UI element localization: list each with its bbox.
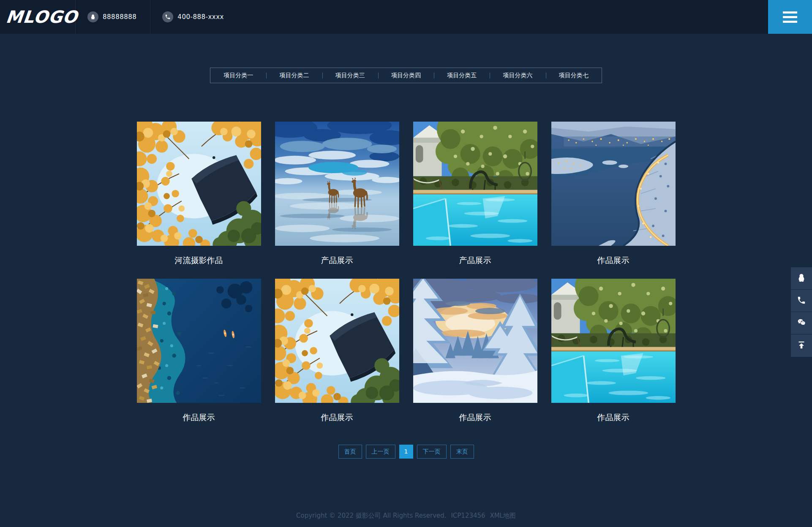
pagination: 首页 上一页 1 下一页 末页	[0, 445, 812, 459]
category-nav: 项目分类一 项目分类二 项目分类三 项目分类四 项目分类五 项目分类六 项目分类…	[210, 68, 602, 83]
gallery-card[interactable]: 作品展示	[413, 279, 537, 423]
nav-item-category-5[interactable]: 项目分类五	[434, 68, 490, 83]
nav-item-category-4[interactable]: 项目分类四	[378, 68, 434, 83]
side-toolbar	[791, 267, 812, 357]
poolside-villa-photo	[551, 279, 676, 403]
gallery-card[interactable]: 作品展示	[551, 279, 676, 423]
header-spacer	[237, 0, 768, 34]
horses-beach-photo	[275, 122, 399, 246]
logo-link[interactable]: MLOGO	[0, 0, 75, 34]
gallery-grid: 河流摄影作品 产品展示 产品展示 作品展示 作品展示 作品展示 作品展示 作品展…	[137, 122, 676, 423]
ginkgo-pagoda-photo	[137, 122, 261, 246]
back-to-top-icon	[797, 340, 806, 351]
wechat-icon	[797, 318, 806, 329]
gallery-card[interactable]: 作品展示	[275, 279, 399, 423]
gallery-card[interactable]: 产品展示	[275, 122, 399, 266]
pagination-last-button[interactable]: 末页	[450, 445, 474, 459]
photo-caption: 产品展示	[275, 255, 399, 266]
nav-item-category-7[interactable]: 项目分类七	[546, 68, 602, 83]
gallery-card[interactable]: 作品展示	[137, 279, 261, 423]
photo-caption: 作品展示	[551, 255, 676, 266]
photo-caption: 作品展示	[137, 412, 261, 423]
contact-qq: 88888888	[76, 0, 150, 34]
site-footer: Copyright © 2022 摄影公司 All Rights Reserve…	[0, 512, 812, 520]
phone-number: 400-888-xxxx	[177, 13, 224, 21]
photo-caption: 河流摄影作品	[137, 255, 261, 266]
rocky-coast-photo	[137, 279, 261, 403]
pagination-page-1-button[interactable]: 1	[399, 445, 413, 459]
pagination-next-button[interactable]: 下一页	[417, 445, 447, 459]
photo-caption: 产品展示	[413, 255, 537, 266]
site-header: MLOGO 88888888 400-888-xxxx	[0, 0, 812, 34]
phone-icon	[797, 296, 806, 306]
gallery-card[interactable]: 作品展示	[551, 122, 676, 266]
site-logo: MLOGO	[5, 7, 79, 27]
toolbar-wechat-button[interactable]	[791, 312, 812, 334]
toolbar-phone-button[interactable]	[791, 290, 812, 312]
gallery-card[interactable]: 产品展示	[413, 122, 537, 266]
snow-forest-photo	[413, 279, 537, 403]
phone-icon	[162, 11, 173, 22]
sitemap-link[interactable]: XML地图	[490, 512, 516, 519]
qq-icon	[87, 11, 98, 22]
toolbar-back-to-top-button[interactable]	[791, 334, 812, 357]
copyright-text: Copyright © 2022 摄影公司 All Rights Reserve…	[296, 512, 447, 519]
contact-phone: 400-888-xxxx	[150, 0, 237, 34]
photo-caption: 作品展示	[275, 412, 399, 423]
gallery-card[interactable]: 河流摄影作品	[137, 122, 261, 266]
ginkgo-pagoda-photo	[275, 279, 399, 403]
qq-number: 88888888	[103, 13, 136, 21]
toolbar-qq-button[interactable]	[791, 267, 812, 290]
pagination-prev-button[interactable]: 上一页	[366, 445, 395, 459]
hamburger-menu-button[interactable]	[768, 0, 812, 34]
photo-caption: 作品展示	[551, 412, 676, 423]
nav-item-category-6[interactable]: 项目分类六	[490, 68, 545, 83]
icp-link[interactable]: ICP123456	[451, 512, 485, 519]
nav-item-category-1[interactable]: 项目分类一	[210, 68, 266, 83]
photo-caption: 作品展示	[413, 412, 537, 423]
nav-item-category-2[interactable]: 项目分类二	[266, 68, 322, 83]
poolside-villa-photo	[413, 122, 537, 246]
pagination-first-button[interactable]: 首页	[338, 445, 362, 459]
winter-fjord-photo	[551, 122, 676, 246]
nav-item-category-3[interactable]: 项目分类三	[322, 68, 378, 83]
hamburger-icon	[783, 11, 797, 14]
qq-icon	[797, 273, 806, 284]
